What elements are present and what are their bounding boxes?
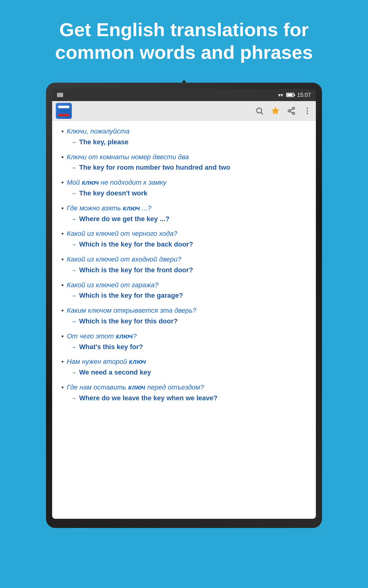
- phrase-list: •Ключи, пожалуйста→The key, please•Ключи…: [61, 127, 307, 403]
- russian-text-5: Какой из ключей от входной двери?: [67, 255, 181, 264]
- logo-flag-mid: [58, 110, 69, 112]
- phrase-russian-10: •Где нам оставить ключ перед отъездом?: [61, 383, 307, 392]
- battery-icon: [286, 93, 294, 97]
- logo-flag-bot: [58, 114, 69, 116]
- bullet-icon: •: [61, 332, 64, 340]
- phrase-russian-9: •Нам нужен второй ключ: [61, 357, 307, 367]
- more-options-icon[interactable]: [302, 106, 312, 116]
- arrow-icon: →: [71, 292, 77, 299]
- phrase-russian-0: •Ключи, пожалуйста: [61, 127, 307, 136]
- svg-point-0: [257, 108, 262, 113]
- notification-icon: [57, 93, 63, 97]
- russian-text-1: Ключи от комнаты номер двести два: [67, 153, 189, 162]
- favorites-icon[interactable]: [270, 106, 280, 116]
- phrase-item[interactable]: •От чего этот ключ?→What's this key for?: [61, 332, 307, 352]
- phrase-russian-7: •Каким ключом открывается эта дверь?: [61, 306, 307, 315]
- bullet-icon: •: [61, 230, 64, 238]
- arrow-icon: →: [71, 395, 77, 401]
- arrow-icon: →: [71, 190, 77, 197]
- phrase-english-2: →The key doesn't work: [61, 189, 307, 198]
- logo-flag-top: [58, 106, 69, 108]
- russian-text-2: Мой ключ не подходит к замку: [67, 178, 167, 187]
- clock: 15:07: [297, 92, 311, 98]
- svg-point-10: [307, 112, 308, 114]
- russian-text-6: Какой из ключей от гаража?: [67, 281, 159, 290]
- phrase-english-4: →Which is the key for the back door?: [61, 240, 307, 249]
- svg-point-5: [293, 112, 295, 114]
- status-bar: ▾▾ 15:07: [52, 89, 316, 101]
- phrase-item[interactable]: •Ключи от комнаты номер двести два→The k…: [61, 153, 307, 173]
- russian-text-7: Каким ключом открывается эта дверь?: [67, 306, 196, 315]
- svg-point-3: [293, 107, 295, 109]
- phrase-english-3: →Where do we get the key ...?: [61, 214, 307, 224]
- russian-text-0: Ключи, пожалуйста: [67, 127, 130, 136]
- phrase-item[interactable]: •Ключи, пожалуйста→The key, please: [61, 127, 307, 147]
- status-bar-left: [57, 93, 63, 97]
- tablet-camera: [182, 80, 186, 84]
- phrase-item[interactable]: •Какой из ключей от входной двери?→Which…: [61, 255, 307, 275]
- bullet-icon: •: [61, 383, 64, 391]
- arrow-icon: →: [71, 267, 77, 273]
- wifi-icon: ▾▾: [278, 92, 283, 98]
- phrase-english-1: →The key for room number two hundred and…: [61, 163, 307, 172]
- phrase-item[interactable]: •Какой из ключей от гаража?→Which is the…: [61, 281, 307, 301]
- phrase-english-6: →Which is the key for the garage?: [61, 291, 307, 300]
- phrase-item[interactable]: •Где нам оставить ключ перед отъездом?→W…: [61, 383, 307, 403]
- svg-marker-2: [272, 107, 279, 114]
- app-toolbar: [52, 101, 316, 121]
- phrase-item[interactable]: •Какой из ключей от черного хода?→Which …: [61, 229, 307, 249]
- phrase-english-8: →What's this key for?: [61, 342, 307, 352]
- svg-line-6: [290, 111, 293, 113]
- arrow-icon: →: [71, 164, 77, 171]
- share-icon[interactable]: [286, 106, 296, 116]
- phrase-russian-1: •Ключи от комнаты номер двести два: [61, 153, 307, 162]
- content-area[interactable]: •Ключи, пожалуйста→The key, please•Ключи…: [52, 121, 316, 519]
- bullet-icon: •: [61, 358, 64, 366]
- arrow-icon: →: [71, 139, 77, 145]
- svg-point-4: [288, 110, 290, 112]
- svg-point-8: [307, 107, 308, 109]
- phrase-russian-3: •Где можно взять ключ ...?: [61, 204, 307, 213]
- bullet-icon: •: [61, 153, 64, 161]
- phrase-item[interactable]: •Мой ключ не подходит к замку→The key do…: [61, 178, 307, 198]
- phrase-english-10: →Where do we leave the key when we leave…: [61, 394, 307, 403]
- russian-text-10: Где нам оставить ключ перед отъездом?: [67, 383, 204, 392]
- phrase-english-5: →Which is the key for the front door?: [61, 266, 307, 275]
- phrase-russian-8: •От чего этот ключ?: [61, 332, 307, 341]
- phrase-item[interactable]: •Нам нужен второй ключ→We need a second …: [61, 357, 307, 377]
- tablet-bottom-bezel: [52, 519, 316, 528]
- russian-text-3: Где можно взять ключ ...?: [67, 204, 151, 213]
- phrase-russian-5: •Какой из ключей от входной двери?: [61, 255, 307, 264]
- bullet-icon: •: [61, 255, 64, 263]
- svg-point-9: [307, 110, 308, 111]
- svg-line-1: [261, 112, 263, 114]
- phrase-russian-6: •Какой из ключей от гаража?: [61, 281, 307, 290]
- bullet-icon: •: [61, 127, 64, 135]
- arrow-icon: →: [71, 318, 77, 325]
- tablet-frame: ▾▾ 15:07: [46, 83, 322, 528]
- status-bar-right: ▾▾ 15:07: [278, 92, 311, 98]
- phrase-english-0: →The key, please: [61, 138, 307, 147]
- russian-text-4: Какой из ключей от черного хода?: [67, 229, 178, 239]
- phrase-item[interactable]: •Где можно взять ключ ...?→Where do we g…: [61, 204, 307, 224]
- arrow-icon: →: [71, 369, 77, 376]
- phrase-item[interactable]: •Каким ключом открывается эта дверь?→Whi…: [61, 306, 307, 326]
- arrow-icon: →: [71, 216, 77, 222]
- russian-text-9: Нам нужен второй ключ: [67, 357, 146, 367]
- hero-text: Get English translations for common word…: [0, 0, 368, 76]
- phrase-russian-4: •Какой из ключей от черного хода?: [61, 229, 307, 239]
- tablet-device: ▾▾ 15:07: [15, 83, 353, 588]
- arrow-icon: →: [71, 344, 77, 350]
- app-logo-lines: [58, 106, 69, 116]
- bullet-icon: •: [61, 307, 64, 315]
- russian-text-8: От чего этот ключ?: [67, 332, 137, 341]
- bullet-icon: •: [61, 281, 64, 289]
- phrase-english-9: →We need a second key: [61, 368, 307, 377]
- app-logo: [56, 103, 72, 119]
- svg-line-7: [290, 109, 293, 110]
- tablet-screen: ▾▾ 15:07: [52, 89, 316, 519]
- phrase-english-7: →Which is the key for this door?: [61, 317, 307, 326]
- phrase-russian-2: •Мой ключ не подходит к замку: [61, 178, 307, 187]
- search-icon[interactable]: [255, 106, 264, 116]
- toolbar-icons: [255, 106, 312, 116]
